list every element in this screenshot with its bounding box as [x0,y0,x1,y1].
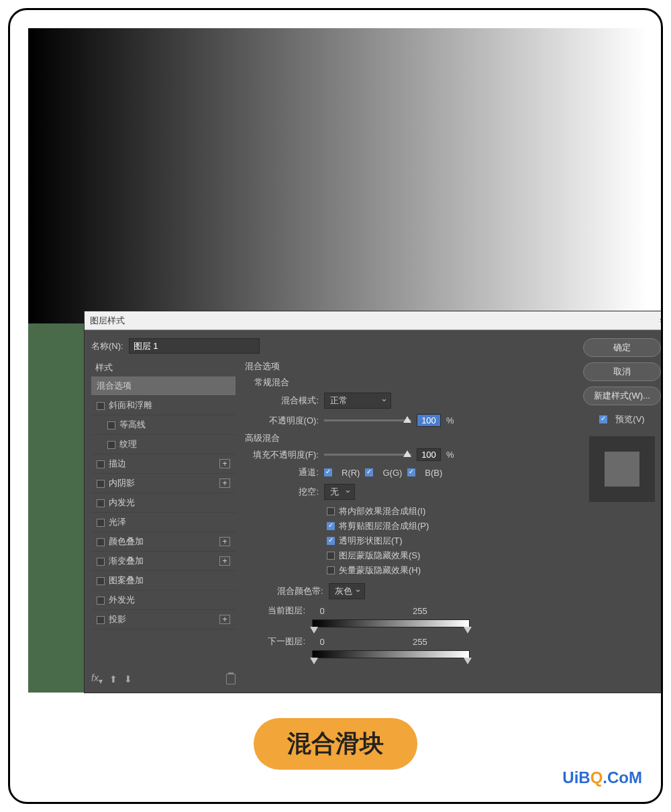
style-item[interactable]: 图案叠加 [91,571,236,591]
style-item[interactable]: 外发光 [91,591,236,610]
this-layer-slider[interactable] [312,619,470,627]
style-item[interactable]: 混合选项 [91,376,236,396]
arrow-down-icon[interactable]: ⬇ [124,674,132,684]
style-item[interactable]: 纹理 [91,435,236,454]
style-item-label: 内发光 [109,497,135,507]
style-item-label: 纹理 [119,439,137,449]
blend-if-select[interactable]: 灰色 [329,583,365,599]
opt-trans-shape[interactable]: 透明形状图层(T) [327,535,512,547]
arrow-up-icon[interactable]: ⬆ [109,674,117,684]
blending-options-panel: 混合选项 常规混合 混合模式: 正常 不透明度(O): 100 % 高级混合 填… [245,359,512,666]
opt-clip-layers[interactable]: 将剪贴图层混合成组(P) [327,520,512,532]
checkbox-icon [97,597,105,605]
channel-b-checkbox[interactable] [407,468,415,476]
style-item-label: 颜色叠加 [109,536,144,546]
style-item[interactable]: 光泽 [91,513,236,532]
knockout-label: 挖空: [245,486,319,498]
titlebar: 图层样式 × [85,311,663,330]
fill-opacity-slider[interactable] [324,454,411,456]
opacity-label: 不透明度(O): [245,415,319,427]
preview-swatch [589,436,655,502]
name-label: 名称(N): [91,340,123,352]
dialog-title: 图层样式 [90,315,125,327]
checkbox-icon [97,480,105,488]
checkbox-icon [107,441,115,449]
styles-header: 样式 [91,359,236,376]
checkbox-icon [97,577,105,585]
styles-list: 样式 混合选项斜面和浮雕等高线纹理描边+内阴影+内发光光泽颜色叠加+渐变叠加+图… [91,359,236,666]
fx-icon[interactable]: fx▾ [91,672,103,686]
caption-pill: 混合滑块 [254,718,417,770]
style-item-label: 等高线 [119,419,146,429]
advanced-blending-title: 高级混合 [245,432,512,444]
blend-mode-select[interactable]: 正常 [324,393,391,409]
under-layer-label: 下一图层: [245,636,305,648]
style-item[interactable]: 颜色叠加+ [91,532,236,552]
section-title: 混合选项 [245,360,512,372]
style-item-label: 渐变叠加 [109,556,144,566]
watermark: UiBQ.CoM [562,768,642,787]
style-item[interactable]: 内发光 [91,493,236,513]
plus-icon[interactable]: + [219,556,230,566]
checkbox-icon [97,616,105,624]
fill-opacity-input[interactable]: 100 [417,448,441,461]
checkbox-icon [97,538,105,546]
blend-mode-label: 混合模式: [245,395,319,407]
checkbox-icon [599,415,607,423]
trash-icon[interactable] [226,674,236,684]
fx-toolbar: fx▾ ⬆ ⬇ [91,672,236,686]
ok-button[interactable]: 确定 [583,338,661,357]
general-blending-title: 常规混合 [254,376,512,389]
under-layer-slider[interactable] [312,650,470,658]
name-input[interactable] [129,338,260,354]
new-style-button[interactable]: 新建样式(W)... [583,387,661,405]
style-item-label: 外发光 [109,595,135,605]
style-item-label: 内阴影 [109,478,135,488]
channel-label: 通道: [245,466,319,478]
style-item[interactable]: 内阴影+ [91,474,236,493]
checkbox-icon [97,499,105,507]
fill-opacity-label: 填充不透明度(F): [245,449,319,461]
close-icon[interactable]: × [655,315,663,325]
gradient-preview [28,28,647,323]
checkbox-icon [97,519,105,527]
checkbox-icon [97,460,105,468]
style-item-label: 光泽 [109,517,126,527]
opt-inner-effects[interactable]: 将内部效果混合成组(I) [327,505,512,517]
plus-icon[interactable]: + [219,459,230,468]
style-item[interactable]: 描边+ [91,454,236,474]
checkbox-icon [107,421,115,429]
style-item-label: 图案叠加 [109,575,144,585]
layer-style-dialog: 图层样式 × 名称(N): 确定 取消 新建样式(W)... 预览(V) 样式 … [84,311,663,693]
style-item-label: 斜面和浮雕 [109,400,152,410]
opacity-input[interactable]: 100 [417,414,441,427]
this-layer-label: 当前图层: [245,605,305,617]
checkbox-icon [97,558,105,566]
opacity-slider[interactable] [324,419,411,421]
preview-checkbox[interactable]: 预览(V) [599,413,644,425]
cancel-button[interactable]: 取消 [583,362,661,381]
opt-layer-mask[interactable]: 图层蒙版隐藏效果(S) [327,550,512,562]
blend-if-label: 混合颜色带: [277,585,323,597]
style-item[interactable]: 斜面和浮雕 [91,396,236,415]
style-item[interactable]: 投影+ [91,610,236,629]
plus-icon[interactable]: + [219,478,230,488]
style-item-label: 描边 [109,458,126,468]
style-item-label: 混合选项 [97,380,132,391]
knockout-select[interactable]: 无 [324,484,355,500]
style-item[interactable]: 等高线 [91,415,236,435]
opt-vector-mask[interactable]: 矢量蒙版隐藏效果(H) [327,564,512,576]
channel-r-checkbox[interactable] [324,468,332,476]
style-item[interactable]: 渐变叠加+ [91,552,236,571]
style-item-label: 投影 [109,614,126,624]
canvas-area [28,28,647,323]
plus-icon[interactable]: + [219,615,230,624]
channel-g-checkbox[interactable] [365,468,373,476]
plus-icon[interactable]: + [219,537,230,546]
checkbox-icon [97,402,105,410]
